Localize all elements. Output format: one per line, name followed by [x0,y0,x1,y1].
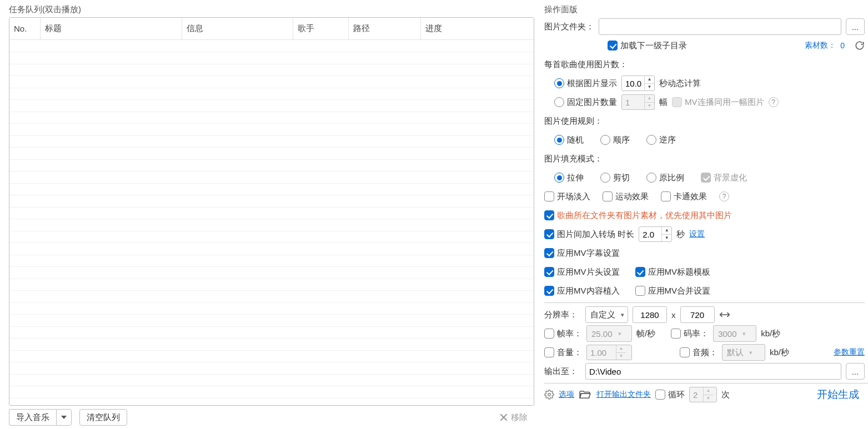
table-row[interactable] [9,195,534,208]
loop-checkbox[interactable]: 循环 [655,390,685,400]
image-folder-input[interactable] [599,18,841,35]
bitrate-checkbox[interactable]: 码率： [671,329,709,339]
start-generate-button[interactable]: 开始生成 [811,387,865,402]
import-music-button[interactable]: 导入音乐 [9,409,56,426]
resolution-height-input[interactable] [680,306,715,323]
fade-in-label: 开场淡入 [557,191,590,202]
table-row[interactable] [9,148,534,160]
song-folder-images-checkbox[interactable]: 歌曲所在文件夹有图片素材，优先使用其中图片 [544,210,732,221]
table-row[interactable] [9,362,534,375]
table-row[interactable] [9,112,534,124]
table-row[interactable] [9,183,534,195]
fill-stretch-radio[interactable]: 拉伸 [554,173,584,183]
options-link[interactable]: 选项 [559,390,574,400]
task-table-body[interactable] [9,40,534,405]
table-row[interactable] [9,339,534,351]
resolution-width-input[interactable] [633,306,667,323]
table-row[interactable] [9,326,534,339]
col-artist[interactable]: 歌手 [293,18,348,40]
resolution-preset-select[interactable]: 自定义 ▾ [585,306,628,323]
table-row[interactable] [9,135,534,148]
col-no[interactable]: No. [9,18,40,40]
table-row[interactable] [9,302,534,315]
gear-icon[interactable] [544,390,554,400]
table-row[interactable] [9,243,534,255]
spin-down-icon[interactable]: ▼ [645,84,654,91]
table-row[interactable] [9,171,534,184]
remove-button[interactable]: 移除 [493,409,534,426]
load-subdir-checkbox[interactable]: 加载下一级子目录 [608,41,687,51]
col-progress[interactable]: 进度 [420,18,534,40]
help-icon[interactable]: ? [719,191,729,201]
table-row[interactable] [9,255,534,267]
volume-checkbox[interactable]: 音量： [544,347,582,358]
rule-sequential-radio[interactable]: 顺序 [600,135,630,145]
table-row[interactable] [9,159,534,171]
table-row[interactable] [9,207,534,219]
table-row[interactable] [9,124,534,136]
fixed-count-suffix: 幅 [659,97,668,108]
table-row[interactable] [9,267,534,279]
spin-up-icon[interactable]: ▲ [662,227,671,235]
open-folder-icon[interactable] [579,390,592,399]
col-info[interactable]: 信息 [182,18,293,40]
spin-up-icon[interactable]: ▲ [645,76,654,84]
spin-down-icon[interactable]: ▼ [662,235,671,242]
fixed-count-radio[interactable]: 固定图片数量 [554,97,617,108]
cartoon-fx-checkbox[interactable]: 卡通效果 [661,191,707,202]
audio-checkbox[interactable]: 音频： [680,347,718,358]
transition-settings-link[interactable]: 设置 [689,229,705,239]
table-row[interactable] [9,386,534,398]
fps-unit: 帧/秒 [636,329,655,339]
table-row[interactable] [9,231,534,243]
mv-subtitle-checkbox[interactable]: 应用MV字幕设置 [544,248,620,259]
table-row[interactable] [9,88,534,100]
task-queue-panel: 任务队列(双击播放) No. 标题 信息 歌手 路径 进度 导入音乐 [0,0,539,429]
table-row[interactable] [9,100,534,112]
by-display-label: 根据图片显示 [567,78,617,89]
table-row[interactable] [9,279,534,291]
mv-merge-checkbox[interactable]: 应用MV合并设置 [635,286,711,296]
by-display-radio[interactable]: 根据图片显示 [554,78,617,89]
display-seconds-spinner[interactable]: ▲▼ [621,75,655,91]
task-queue-title: 任务队列(双击播放) [9,4,534,15]
reset-params-link[interactable]: 参数重置 [834,347,865,357]
mv-content-checkbox[interactable]: 应用MV内容植入 [544,286,620,296]
table-row[interactable] [9,219,534,231]
transition-checkbox[interactable]: 图片间加入转场 时长 [544,229,634,240]
browse-image-folder-button[interactable]: ... [846,18,865,35]
table-row[interactable] [9,40,534,52]
transition-duration-input[interactable] [639,230,661,239]
swap-icon[interactable] [719,310,730,319]
table-row[interactable] [9,374,534,386]
fps-checkbox[interactable]: 帧率： [544,329,582,339]
table-row[interactable] [9,350,534,362]
clear-queue-button[interactable]: 清空队列 [79,409,127,426]
transition-seconds-label: 秒 [676,229,685,240]
rule-reverse-radio[interactable]: 逆序 [646,135,676,145]
motion-fx-checkbox[interactable]: 运动效果 [603,191,649,202]
open-output-folder-link[interactable]: 打开输出文件夹 [596,390,651,400]
help-icon[interactable]: ? [769,97,779,107]
fade-in-checkbox[interactable]: 开场淡入 [544,191,590,202]
motion-fx-label: 运动效果 [615,191,649,202]
table-row[interactable] [9,52,534,64]
mv-title-template-checkbox[interactable]: 应用MV标题模板 [635,267,711,277]
output-path-input[interactable] [585,363,841,380]
table-row[interactable] [9,76,534,88]
browse-output-button[interactable]: ... [846,363,865,380]
fill-ratio-radio[interactable]: 原比例 [646,173,684,183]
fill-crop-radio[interactable]: 剪切 [600,173,630,183]
import-music-dropdown[interactable] [56,409,72,426]
table-row[interactable] [9,291,534,303]
refresh-icon[interactable] [855,41,865,51]
col-path[interactable]: 路径 [348,18,420,40]
display-seconds-input[interactable] [622,79,644,88]
mv-intro-checkbox[interactable]: 应用MV片头设置 [544,267,620,277]
resolution-x: x [671,310,676,320]
table-row[interactable] [9,315,534,327]
col-title[interactable]: 标题 [40,18,182,40]
table-row[interactable] [9,64,534,76]
transition-duration-spinner[interactable]: ▲▼ [639,226,672,242]
rule-random-radio[interactable]: 随机 [554,135,584,145]
